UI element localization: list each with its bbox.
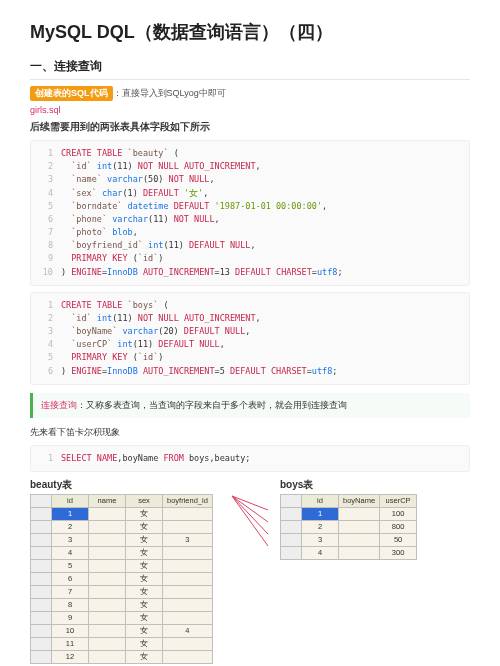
cell: 女 <box>126 598 163 611</box>
cell: 女 <box>126 546 163 559</box>
cell: 女 <box>126 624 163 637</box>
cell <box>163 650 213 663</box>
cell: 女 <box>126 520 163 533</box>
cell <box>89 533 126 546</box>
tag-suffix: ：直接导入到SQLyog中即可 <box>113 88 226 98</box>
cell: 女 <box>126 572 163 585</box>
cell: 8 <box>52 598 89 611</box>
cell: 7 <box>52 585 89 598</box>
cell <box>89 559 126 572</box>
cell <box>339 507 380 520</box>
tag-line: 创建表的SQL代码：直接导入到SQLyog中即可 <box>30 86 470 101</box>
cell: 50 <box>380 533 417 546</box>
cell <box>89 624 126 637</box>
code-line: 1CREATE TABLE `boys` ( <box>31 299 469 312</box>
cell: 4 <box>302 546 339 559</box>
code-line: 8 `boyfriend_id` int(11) DEFAULT NULL, <box>31 239 469 252</box>
cell <box>163 559 213 572</box>
cell: 300 <box>380 546 417 559</box>
cell <box>163 585 213 598</box>
svg-line-1 <box>232 496 268 522</box>
code-line: 4 `userCP` int(11) DEFAULT NULL, <box>31 338 469 351</box>
cell <box>339 546 380 559</box>
section-heading: 一、连接查询 <box>30 58 470 80</box>
cell <box>89 585 126 598</box>
cell: 女 <box>126 637 163 650</box>
cell: 女 <box>126 650 163 663</box>
cell <box>89 520 126 533</box>
cell: 女 <box>126 507 163 520</box>
cell: 10 <box>52 624 89 637</box>
cell <box>163 611 213 624</box>
cell <box>339 520 380 533</box>
cell: 100 <box>380 507 417 520</box>
cell <box>163 520 213 533</box>
sql-file-link[interactable]: girls.sql <box>30 105 470 115</box>
code-block-create-boys: 1CREATE TABLE `boys` (2 `id` int(11) NOT… <box>30 292 470 385</box>
cell <box>163 598 213 611</box>
boys-title: boys表 <box>280 478 470 492</box>
cell <box>89 572 126 585</box>
code-line: 1CREATE TABLE `beauty` ( <box>31 147 469 160</box>
cell: 1 <box>302 507 339 520</box>
code-line: 1SELECT NAME,boyName FROM boys,beauty; <box>31 452 469 465</box>
code-line: 6) ENGINE=InnoDB AUTO_INCREMENT=5 DEFAUL… <box>31 365 469 378</box>
cell <box>163 546 213 559</box>
cell: 女 <box>126 611 163 624</box>
cell <box>163 572 213 585</box>
beauty-block: beauty表 idnamesexboyfriend_id1女2女3女34女5女… <box>30 478 220 664</box>
cell <box>89 546 126 559</box>
cell: 9 <box>52 611 89 624</box>
para-cartesian-intro: 先来看下笛卡尔积现象 <box>30 426 470 439</box>
code-line: 3 `boyName` varchar(20) DEFAULT NULL, <box>31 325 469 338</box>
code-line: 7 `photo` blob, <box>31 226 469 239</box>
code-line: 2 `id` int(11) NOT NULL AUTO_INCREMENT, <box>31 312 469 325</box>
callout-term: 连接查询 <box>41 400 77 410</box>
code-line: 4 `sex` char(1) DEFAULT '女', <box>31 187 469 200</box>
cell <box>89 507 126 520</box>
col-boyName: boyName <box>339 494 380 507</box>
tag-badge: 创建表的SQL代码 <box>30 86 113 101</box>
cell: 5 <box>52 559 89 572</box>
cell: 4 <box>163 624 213 637</box>
col-boyfriend_id: boyfriend_id <box>163 494 213 507</box>
code-line: 5 PRIMARY KEY (`id`) <box>31 351 469 364</box>
col-id: id <box>52 494 89 507</box>
cell <box>89 611 126 624</box>
cell: 3 <box>302 533 339 546</box>
cell: 3 <box>163 533 213 546</box>
code-block-create-beauty: 1CREATE TABLE `beauty` (2 `id` int(11) N… <box>30 140 470 286</box>
col-userCP: userCP <box>380 494 417 507</box>
intro-bold: 后续需要用到的两张表具体字段如下所示 <box>30 121 470 134</box>
cell <box>163 507 213 520</box>
cell <box>163 637 213 650</box>
code-line: 6 `phone` varchar(11) NOT NULL, <box>31 213 469 226</box>
cell: 6 <box>52 572 89 585</box>
boys-block: boys表 idboyNameuserCP110028003504300 <box>280 478 470 560</box>
cell: 3 <box>52 533 89 546</box>
code-line: 2 `id` int(11) NOT NULL AUTO_INCREMENT, <box>31 160 469 173</box>
cell: 1 <box>52 507 89 520</box>
beauty-title: beauty表 <box>30 478 220 492</box>
page-title: MySQL DQL（数据查询语言）（四） <box>30 20 470 44</box>
callout: 连接查询：又称多表查询，当查询的字段来自于多个表时，就会用到连接查询 <box>30 393 470 418</box>
cell: 4 <box>52 546 89 559</box>
col-sex: sex <box>126 494 163 507</box>
col-name: name <box>89 494 126 507</box>
tables-row: beauty表 idnamesexboyfriend_id1女2女3女34女5女… <box>30 478 470 664</box>
cell <box>89 650 126 663</box>
svg-line-2 <box>232 496 268 534</box>
cell: 12 <box>52 650 89 663</box>
cell: 女 <box>126 585 163 598</box>
beauty-table: idnamesexboyfriend_id1女2女3女34女5女6女7女8女9女… <box>30 494 213 664</box>
cell: 2 <box>302 520 339 533</box>
code-line: 3 `name` varchar(50) NOT NULL, <box>31 173 469 186</box>
callout-text: ：又称多表查询，当查询的字段来自于多个表时，就会用到连接查询 <box>77 400 347 410</box>
code-line: 5 `borndate` datetime DEFAULT '1987-01-0… <box>31 200 469 213</box>
cell <box>339 533 380 546</box>
cell: 11 <box>52 637 89 650</box>
col-id: id <box>302 494 339 507</box>
cell: 800 <box>380 520 417 533</box>
cell: 女 <box>126 559 163 572</box>
code-line: 10) ENGINE=InnoDB AUTO_INCREMENT=13 DEFA… <box>31 266 469 279</box>
